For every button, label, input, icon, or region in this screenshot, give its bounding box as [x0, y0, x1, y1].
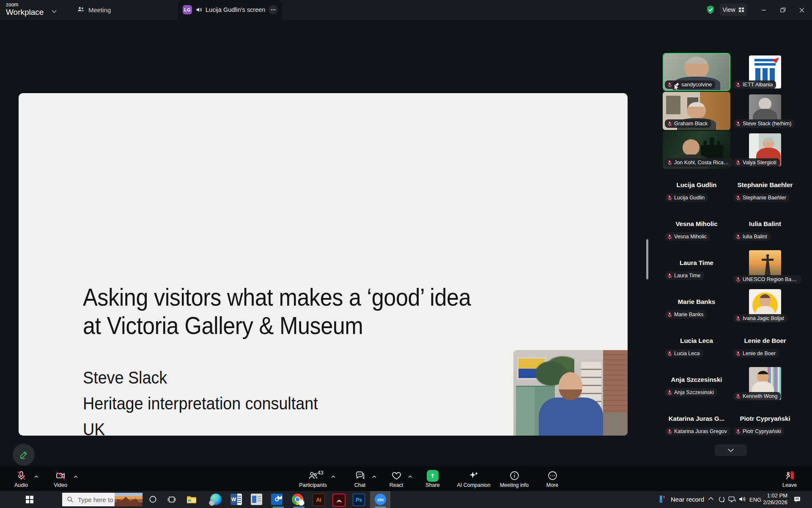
tab-meeting[interactable]: Meeting — [71, 0, 117, 20]
annotate-button[interactable] — [13, 444, 35, 466]
zoom-app-button[interactable]: zm — [375, 494, 386, 505]
video-button[interactable]: Video — [44, 467, 77, 491]
chevron-up-icon[interactable] — [74, 472, 78, 480]
participant-tile[interactable]: Marie Banks Marie Banks — [663, 287, 730, 325]
chevron-up-icon[interactable] — [408, 472, 412, 480]
participant-tile[interactable]: sandycolvine — [663, 53, 730, 91]
word-button[interactable]: W — [230, 494, 242, 505]
mic-muted-icon — [667, 121, 672, 127]
windows-logo-icon — [26, 496, 33, 503]
more-button[interactable]: More — [539, 467, 566, 491]
participant-tile[interactable]: Lucia Leca Lucia Leca — [663, 326, 730, 364]
chrome-badge — [298, 500, 304, 506]
participant-tile[interactable]: Piotr Cypryański Piotr Cypryański — [731, 403, 799, 442]
participant-pill-name: IETT Albania — [743, 82, 773, 88]
start-button[interactable] — [26, 496, 33, 503]
outlook-button[interactable]: O — [271, 494, 283, 505]
tray-network[interactable] — [728, 496, 736, 502]
tab-more-button[interactable] — [269, 5, 278, 14]
presenter-webcam — [513, 350, 628, 436]
meeting-info-button[interactable]: Meeting info — [496, 467, 533, 491]
mic-muted-icon — [667, 429, 672, 434]
chevron-up-icon[interactable] — [331, 472, 335, 480]
more-participants-button[interactable] — [715, 444, 747, 456]
chevron-down-icon[interactable] — [52, 7, 57, 15]
participant-pill-name: Kenneth Wong — [743, 393, 777, 399]
weather-status-text[interactable]: Near record — [671, 496, 704, 503]
participant-pill-name: Lenie de Boer — [743, 351, 776, 356]
edge-button[interactable] — [210, 494, 222, 505]
tray-status-circle[interactable] — [718, 496, 725, 503]
participant-pill-name: Steve Slack (he/him) — [743, 121, 791, 127]
cortana-button[interactable] — [149, 495, 157, 503]
chevron-up-icon[interactable] — [372, 472, 376, 480]
illustrator-button[interactable]: Ai — [313, 494, 325, 506]
network-icon — [728, 496, 736, 502]
meeting-toolbar: Audio Video 43 Participants Chat — [0, 467, 812, 491]
brand-zoom: zoom — [6, 2, 44, 7]
participant-tile[interactable]: UNESCO Region Ban... — [731, 248, 799, 286]
participant-tile[interactable]: IETT Albania — [731, 53, 799, 91]
photoshop-button[interactable]: Ps — [353, 494, 365, 506]
participant-name-label: Stephanie Baehler — [731, 181, 799, 188]
participant-tile[interactable]: Steve Slack (he/him) — [731, 92, 799, 130]
participant-tile[interactable]: Lucija Gudlin Lucija Gudlin — [663, 170, 730, 208]
share-screen-icon — [427, 470, 439, 481]
participant-pill: Iulia Balint — [733, 232, 771, 241]
search-daily-image[interactable] — [115, 493, 143, 506]
tray-volume[interactable] — [738, 496, 746, 502]
tab-shared-screen[interactable]: LG Lucija Gudlin's screen — [178, 0, 282, 20]
security-shield-icon[interactable] — [705, 5, 716, 17]
react-button[interactable]: React — [381, 467, 412, 491]
mic-muted-icon — [667, 160, 672, 166]
file-explorer-button[interactable] — [186, 494, 197, 505]
participant-tile[interactable]: Lenie de Boer Lenie de Boer — [731, 326, 799, 364]
participant-tile[interactable]: Graham Black — [663, 92, 730, 130]
participant-tile[interactable]: Vesna Miholic Vesna Miholic — [663, 209, 730, 247]
ai-companion-button[interactable]: AI Companion — [453, 467, 495, 491]
tray-show-hidden-icons[interactable] — [708, 497, 714, 500]
participant-pill: Anja Szczesinski — [665, 388, 717, 397]
participant-pill-name: UNESCO Region Ban... — [743, 276, 798, 282]
word-icon: W — [230, 494, 242, 505]
acrobat-button[interactable] — [332, 494, 346, 507]
minimize-button[interactable] — [754, 0, 773, 20]
participant-tile[interactable]: Laura Time Laura Time — [663, 248, 730, 286]
task-view-icon — [167, 495, 176, 504]
taskbar-search-input[interactable]: Type here to search — [62, 493, 143, 506]
zoom-workplace-window: zoom Workplace Meeting LG Lucija Gudlin'… — [0, 0, 812, 508]
participant-tile[interactable]: Ivana Jagic Boljat — [731, 287, 799, 325]
participant-tile[interactable]: Stephanie Baehler Stephanie Baehler — [731, 170, 799, 208]
audio-button[interactable]: Audio — [4, 467, 38, 491]
photos-app-icon — [251, 494, 262, 505]
participants-button[interactable]: 43 Participants — [291, 467, 335, 491]
participant-pill: Lucija Gudlin — [665, 193, 708, 202]
panel-resize-handle[interactable] — [646, 239, 648, 279]
participant-tile[interactable]: Anja Szczesinski Anja Szczesinski — [663, 364, 730, 403]
participant-pill: Piotr Cypryański — [733, 427, 785, 436]
photos-app-button[interactable] — [251, 494, 262, 505]
share-button[interactable]: Share — [418, 467, 447, 491]
close-button[interactable] — [793, 0, 811, 20]
chevron-up-icon[interactable] — [34, 472, 38, 480]
view-button[interactable]: View — [720, 3, 747, 16]
action-center-button[interactable] — [793, 496, 801, 503]
task-view-button[interactable] — [167, 495, 176, 504]
participant-tile[interactable]: Jon Kohl, Costa Rica, ... — [663, 131, 730, 169]
chrome-button[interactable] — [292, 494, 303, 505]
chat-button[interactable]: Chat — [344, 467, 376, 491]
weather-icon[interactable] — [657, 494, 667, 504]
participant-tile[interactable]: Valya Stergioti — [731, 131, 799, 169]
participant-tile[interactable]: Iulia Balint Iulia Balint — [731, 209, 799, 247]
edge-profile-badge — [209, 500, 215, 506]
participant-tile[interactable]: Katarina Juras G... Katarina Juras Grego… — [663, 403, 730, 442]
participant-pill: Vesna Miholic — [665, 232, 710, 241]
mic-muted-icon — [667, 234, 672, 240]
speaker-icon — [738, 496, 746, 502]
restore-button[interactable] — [774, 0, 792, 20]
taskbar-clock[interactable]: 1:02 PM 2/26/2026 — [761, 492, 787, 506]
zoom-workplace-logo: zoom Workplace — [6, 2, 44, 16]
leave-button[interactable]: Leave — [774, 467, 805, 491]
language-indicator[interactable]: ENG — [749, 497, 761, 503]
participant-tile[interactable]: Kenneth Wong — [731, 364, 799, 403]
